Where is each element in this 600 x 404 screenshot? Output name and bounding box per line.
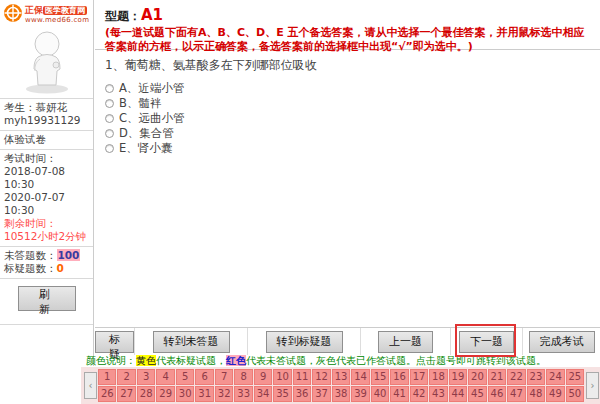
question-number-44[interactable]: 44	[449, 386, 467, 402]
exam-time-end: 2020-07-07 10:30	[4, 191, 93, 217]
examinee-section: 考生：慕妍花 myh19931129	[0, 98, 93, 130]
flagged-count-value: 0	[57, 262, 64, 274]
question-number-35[interactable]: 35	[273, 386, 291, 402]
question-number-6[interactable]: 6	[195, 369, 213, 385]
option-A[interactable]: A、近端小管	[105, 81, 590, 96]
question-number-38[interactable]: 38	[332, 386, 350, 402]
question-number-15[interactable]: 15	[371, 369, 389, 385]
finish-exam-button[interactable]: 完成考试	[529, 331, 595, 353]
question-number-46[interactable]: 46	[488, 386, 506, 402]
option-C[interactable]: C、远曲小管	[105, 111, 590, 126]
question-number-2[interactable]: 2	[117, 369, 135, 385]
question-number-13[interactable]: 13	[332, 369, 350, 385]
brand-url: www.med66.com	[25, 16, 89, 24]
goto-flagged-button[interactable]: 转到标疑题	[266, 331, 343, 353]
grid-scroll-right-icon[interactable]: ›	[586, 372, 599, 399]
question-type-label: 型题：	[105, 9, 141, 23]
question-number-31[interactable]: 31	[195, 386, 213, 402]
option-radio-icon[interactable]	[105, 144, 114, 153]
option-radio-icon[interactable]	[105, 129, 114, 138]
option-label: A、近端小管	[119, 81, 184, 95]
brand-logo: 正保医学教育网 www.med66.com	[0, 0, 93, 26]
exam-time-start: 2018-07-08 10:30	[4, 165, 93, 191]
unanswered-count-label: 未答题数：	[4, 249, 57, 261]
question-number-21[interactable]: 21	[488, 369, 506, 385]
option-radio-icon[interactable]	[105, 84, 114, 93]
question-number-23[interactable]: 23	[527, 369, 545, 385]
question-type-header: 型题：A1 (每一道试题下面有A、B、C、D、E 五个备选答案，请从中选择一个最…	[95, 0, 600, 50]
grid-scroll-left-icon[interactable]: ‹	[84, 372, 97, 399]
remaining-time-label: 剩余时间：	[4, 217, 93, 230]
previous-question-button[interactable]: 上一题	[378, 331, 433, 353]
question-number-22[interactable]: 22	[507, 369, 525, 385]
question-number-25[interactable]: 25	[566, 369, 584, 385]
question-number-17[interactable]: 17	[410, 369, 428, 385]
question-number-49[interactable]: 49	[546, 386, 564, 402]
option-label: B、髓袢	[119, 96, 161, 110]
options-list: A、近端小管B、髓袢C、远曲小管D、集合管E、肾小囊	[105, 81, 590, 156]
question-number-26[interactable]: 26	[98, 386, 116, 402]
goto-unanswered-button[interactable]: 转到未答题	[153, 331, 230, 353]
question-number-5[interactable]: 5	[176, 369, 194, 385]
question-number-30[interactable]: 30	[176, 386, 194, 402]
question-number-33[interactable]: 33	[234, 386, 252, 402]
question-number-37[interactable]: 37	[312, 386, 330, 402]
question-number-19[interactable]: 19	[449, 369, 467, 385]
question-number-50[interactable]: 50	[566, 386, 584, 402]
question-number-12[interactable]: 12	[312, 369, 330, 385]
question-number-4[interactable]: 4	[156, 369, 174, 385]
legend-prefix: 颜色说明：	[86, 355, 136, 366]
option-B[interactable]: B、髓袢	[105, 96, 590, 111]
legend-yellow-chip: 黄色	[136, 355, 156, 366]
brand-name-suffix: 医学教育网	[43, 6, 87, 15]
question-number-45[interactable]: 45	[468, 386, 486, 402]
legend-yellow-desc: 代表标疑试题，	[156, 355, 226, 366]
exam-time-label: 考试时间：	[4, 152, 93, 165]
avatar-figure-icon	[16, 29, 78, 95]
question-number-34[interactable]: 34	[254, 386, 272, 402]
question-number-29[interactable]: 29	[156, 386, 174, 402]
question-number-36[interactable]: 36	[293, 386, 311, 402]
question-number-18[interactable]: 18	[429, 369, 447, 385]
question-number-14[interactable]: 14	[351, 369, 369, 385]
question-number-11[interactable]: 11	[293, 369, 311, 385]
question-number-28[interactable]: 28	[137, 386, 155, 402]
refresh-button[interactable]: 刷 新	[18, 286, 76, 311]
question-number-47[interactable]: 47	[507, 386, 525, 402]
question-number-1[interactable]: 1	[98, 369, 116, 385]
grid-row-2: 2627282930313233343536373839404142434445…	[98, 386, 584, 402]
option-E[interactable]: E、肾小囊	[105, 141, 590, 156]
question-number-16[interactable]: 16	[390, 369, 408, 385]
question-number-grid: ‹ 12345678910111213141516171819202122232…	[81, 367, 600, 404]
question-number-43[interactable]: 43	[429, 386, 447, 402]
question-number-39[interactable]: 39	[351, 386, 369, 402]
question-number-40[interactable]: 40	[371, 386, 389, 402]
question-number-41[interactable]: 41	[390, 386, 408, 402]
exam-time-section: 考试时间： 2018-07-08 10:30 2020-07-07 10:30 …	[0, 149, 93, 246]
flag-question-button[interactable]: 标疑	[95, 331, 134, 353]
question-number-3[interactable]: 3	[137, 369, 155, 385]
legend-red-desc: 代表未答试题，灰色代表已作答试题。点击题号即可跳转到该试题。	[246, 355, 546, 366]
question-panel: 型题：A1 (每一道试题下面有A、B、C、D、E 五个备选答案，请从中选择一个最…	[95, 0, 600, 327]
option-radio-icon[interactable]	[105, 114, 114, 123]
question-number-48[interactable]: 48	[527, 386, 545, 402]
option-radio-icon[interactable]	[105, 99, 114, 108]
question-type-value: A1	[141, 6, 163, 24]
sidebar: 正保医学教育网 www.med66.com 考生：慕妍花 myh19931129…	[0, 0, 94, 366]
question-stem: 1、葡萄糖、氨基酸多在下列哪部位吸收	[105, 57, 590, 74]
question-number-8[interactable]: 8	[234, 369, 252, 385]
examinee-id: myh19931129	[4, 114, 93, 127]
flagged-count-label: 标疑题数：	[4, 262, 57, 274]
next-question-button[interactable]: 下一题	[459, 331, 514, 353]
navigation-toolbar: 标疑 转到未答题 转到标疑题 上一题 下一题 完成考试	[95, 327, 600, 355]
question-number-10[interactable]: 10	[273, 369, 291, 385]
question-number-20[interactable]: 20	[468, 369, 486, 385]
option-D[interactable]: D、集合管	[105, 126, 590, 141]
question-number-42[interactable]: 42	[410, 386, 428, 402]
question-number-32[interactable]: 32	[215, 386, 233, 402]
question-number-9[interactable]: 9	[254, 369, 272, 385]
unanswered-count-value: 100	[57, 249, 81, 261]
question-number-24[interactable]: 24	[546, 369, 564, 385]
question-number-27[interactable]: 27	[117, 386, 135, 402]
question-number-7[interactable]: 7	[215, 369, 233, 385]
